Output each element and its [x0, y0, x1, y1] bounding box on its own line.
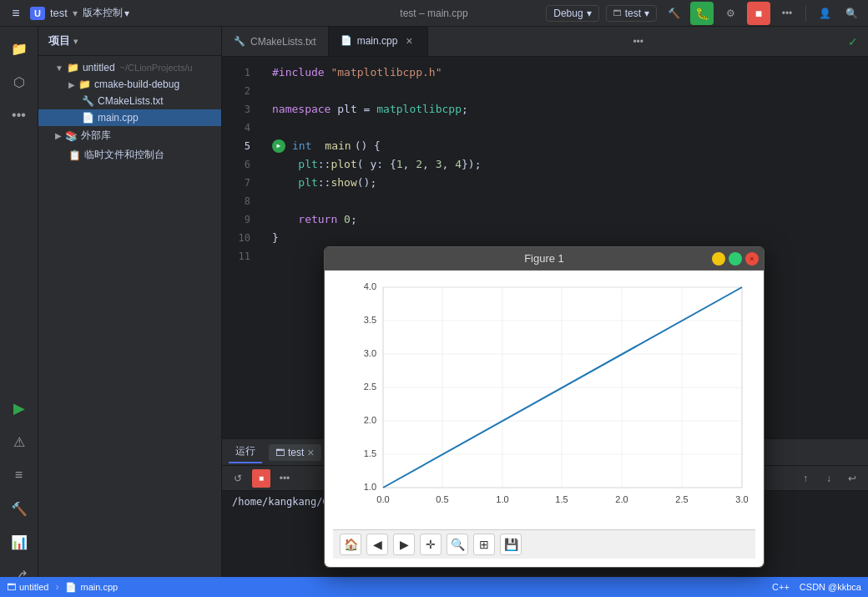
line-num-10: 10: [222, 229, 255, 247]
tree-item-scratch[interactable]: 📋 临时文件和控制台: [38, 145, 221, 164]
titlebar-right: Debug ▾ 🗔 test ▾ 🔨 🐛 ⚙ ■ ••• 👤 🔍: [546, 2, 861, 25]
tree-item-maincpp[interactable]: 📄 main.cpp: [38, 109, 221, 126]
svg-text:0.0: 0.0: [376, 494, 389, 504]
tab-icon-cpp: 📄: [341, 35, 352, 46]
close-button[interactable]: ×: [745, 252, 759, 266]
run-tab-label[interactable]: 运行: [229, 441, 262, 463]
hamburger-menu-button[interactable]: ≡: [7, 4, 25, 23]
file-icon: 📄: [65, 582, 77, 593]
folder-icon: 📁: [67, 62, 79, 73]
status-file-name: main.cpp: [80, 582, 118, 592]
save-tool-button[interactable]: 💾: [500, 534, 522, 555]
run-tab-item[interactable]: 🗔 test ×: [269, 444, 321, 461]
sidebar-run-icon[interactable]: ▶: [4, 393, 34, 423]
maximize-button[interactable]: □: [729, 252, 742, 266]
scroll-up-button[interactable]: ↑: [796, 469, 815, 488]
svg-text:1.5: 1.5: [364, 448, 376, 458]
svg-text:1.0: 1.0: [364, 482, 376, 492]
tree-item-label: CMakeLists.txt: [98, 95, 164, 107]
code-line-6: plt::plot( y: {1, 2, 3, 4});: [272, 155, 858, 174]
tab-cmakelists[interactable]: 🔧 CMakeLists.txt: [222, 27, 329, 56]
debug-config-button[interactable]: Debug ▾: [546, 5, 598, 22]
debug-run-button[interactable]: 🐛: [690, 2, 714, 25]
line-num-8: 8: [222, 192, 255, 210]
svg-text:0.5: 0.5: [436, 494, 448, 504]
account-button[interactable]: 👤: [815, 3, 835, 23]
project-dropdown-icon[interactable]: ▾: [73, 8, 78, 19]
file-tree-panel: 项目 ▾ ▼ 📁 untitled ~/CLionProjects/u ▶ 📁 …: [38, 27, 222, 597]
zoom-tool-button[interactable]: 🔍: [447, 534, 468, 555]
status-file[interactable]: 📄 main.cpp: [65, 582, 118, 593]
project-badge: U: [30, 7, 45, 20]
file-tree-content: ▼ 📁 untitled ~/CLionProjects/u ▶ 📁 cmake…: [38, 56, 221, 584]
folder-icon: 🗔: [7, 582, 16, 592]
line-num-5: 5: [222, 137, 255, 155]
tab-label: main.cpp: [357, 35, 398, 47]
subplots-tool-button[interactable]: ⊞: [473, 534, 495, 555]
tree-item-label: 临时文件和控制台: [84, 148, 164, 162]
home-tool-button[interactable]: 🏠: [340, 534, 361, 555]
tree-item-cmake-build[interactable]: ▶ 📁 cmake-build-debug: [38, 76, 221, 93]
profile-button[interactable]: ⚙: [720, 3, 740, 23]
tree-item-cmakelists[interactable]: 🔧 CMakeLists.txt: [38, 93, 221, 109]
tree-item-label: main.cpp: [98, 112, 139, 124]
file-icon-cmake: 🔧: [82, 95, 94, 107]
tree-item-label: cmake-build-debug: [94, 78, 179, 90]
minimize-button[interactable]: –: [712, 252, 725, 266]
run-inline-button[interactable]: ▶: [272, 139, 285, 153]
more-run-options[interactable]: •••: [275, 469, 294, 488]
code-line-10: }: [272, 229, 858, 247]
sidebar-plugins-icon[interactable]: •••: [4, 100, 34, 130]
tab-close-button[interactable]: ×: [402, 34, 416, 48]
rerun-button[interactable]: ↺: [229, 469, 247, 488]
search-button[interactable]: 🔍: [841, 3, 861, 23]
line-num-11: 11: [222, 247, 255, 266]
sidebar-build-icon[interactable]: 🔨: [4, 493, 34, 524]
tab-maincpp[interactable]: 📄 main.cpp ×: [329, 27, 429, 56]
code-line-9: return 0;: [272, 210, 858, 229]
titlebar-left: ≡ U test ▾ 版本控制 ▾: [7, 4, 129, 23]
attribution-text: CSDN @kkbca: [800, 582, 861, 592]
window-title: test – main.cpp: [400, 8, 467, 19]
file-tree-header: 项目 ▾: [38, 27, 221, 56]
tree-item-external-libs[interactable]: ▶ 📚 外部库: [38, 126, 221, 145]
tree-item-untitled[interactable]: ▼ 📁 untitled ~/CLionProjects/u: [38, 59, 221, 76]
line-num-7: 7: [222, 174, 255, 192]
sidebar-debug-icon[interactable]: ⚠: [4, 427, 34, 457]
sidebar-project-icon[interactable]: 📁: [4, 33, 34, 63]
svg-text:1.0: 1.0: [496, 494, 508, 504]
breadcrumb-separator: ›: [55, 581, 58, 593]
status-left: 🗔 untitled › 📄 main.cpp: [7, 581, 118, 593]
figure-window-buttons: – □ ×: [712, 252, 759, 266]
code-line-1: #include "matplotlibcpp.h": [272, 63, 858, 82]
version-ctrl-button[interactable]: 版本控制 ▾: [83, 6, 129, 20]
stop-run-button[interactable]: ■: [252, 469, 270, 488]
pan-tool-button[interactable]: ✛: [420, 534, 442, 555]
svg-text:3.5: 3.5: [364, 315, 376, 325]
tab-bar: 🔧 CMakeLists.txt 📄 main.cpp × ••• ✓: [222, 27, 868, 57]
back-tool-button[interactable]: ◀: [366, 534, 388, 555]
arrow-icon: ▶: [55, 131, 62, 140]
figure-window: Figure 1 – □ ×: [324, 246, 765, 568]
scroll-down-button[interactable]: ↓: [820, 469, 838, 488]
run-target-button[interactable]: 🗔 test ▾: [606, 5, 657, 22]
run-tab-close-button[interactable]: ×: [307, 446, 314, 459]
sidebar-todo-icon[interactable]: ≡: [4, 460, 34, 490]
file-icon-cpp: 📄: [82, 112, 94, 124]
project-name: test: [50, 7, 68, 19]
status-project[interactable]: 🗔 untitled: [7, 582, 48, 592]
forward-tool-button[interactable]: ▶: [393, 534, 415, 555]
svg-text:1.5: 1.5: [555, 494, 568, 504]
tree-item-label: 外部库: [81, 129, 111, 143]
toolbar-icon-build[interactable]: 🔨: [664, 3, 684, 23]
plot-chart: 1.0 1.5 2.0 2.5 3.0 3.5 4.0 0.0 0.5 1.0 …: [333, 279, 755, 529]
status-language[interactable]: C++: [772, 582, 790, 592]
tab-more-button[interactable]: •••: [624, 36, 652, 48]
sidebar-structure-icon[interactable]: 📊: [4, 527, 34, 557]
tab-label: CMakeLists.txt: [250, 36, 316, 48]
sidebar-commits-icon[interactable]: ⬡: [4, 67, 34, 97]
status-project-name: untitled: [19, 582, 48, 592]
more-options-button[interactable]: •••: [777, 3, 797, 23]
word-wrap-button[interactable]: ↩: [843, 469, 861, 488]
stop-button[interactable]: ■: [747, 2, 770, 25]
